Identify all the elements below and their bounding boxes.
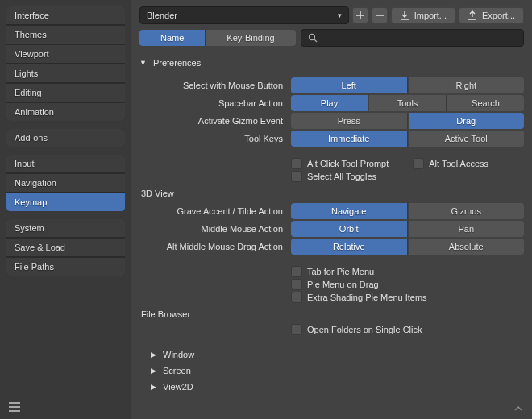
disclosure-down-icon: ▼ (139, 59, 147, 67)
section-3d-view: 3D View (139, 184, 524, 203)
toggle-gizmos[interactable]: Gizmos (409, 203, 525, 219)
pref-label: Activate Gizmo Event (139, 116, 291, 126)
checkbox-alt-tool-access[interactable]: Alt Tool Access (413, 158, 488, 169)
checkbox-pie-menu-on-drag[interactable]: Pie Menu on Drag (291, 279, 379, 290)
pref-row: Spacebar ActionPlayToolsSearch (139, 95, 524, 111)
tree-item-screen[interactable]: ▶Screen (139, 363, 524, 379)
filter-mode-group: Name Key-Binding (139, 30, 296, 46)
checkbox-label: Pie Menu on Drag (307, 280, 379, 289)
tree-item-window[interactable]: ▶Window (139, 346, 524, 363)
toggle-active-tool[interactable]: Active Tool (409, 131, 525, 147)
sidebar-item-interface[interactable]: Interface (6, 6, 125, 25)
checkbox-label: Select All Toggles (307, 172, 376, 181)
checkbox-label: Alt Tool Access (429, 159, 488, 168)
checkbox-label: Alt Click Tool Prompt (307, 159, 389, 168)
toggle-group: NavigateGizmos (291, 203, 524, 219)
checkbox-label: Tab for Pie Menu (307, 267, 374, 276)
preferences-title: Preferences (153, 58, 201, 68)
add-preset-button[interactable] (352, 7, 368, 23)
sidebar-item-animation[interactable]: Animation (6, 103, 125, 121)
hamburger-icon (8, 401, 21, 413)
sidebar-item-save-load[interactable]: Save & Load (6, 239, 125, 257)
preset-dropdown[interactable]: Blender ▾ (139, 6, 349, 24)
sidebar-item-input[interactable]: Input (6, 155, 125, 173)
import-button[interactable]: Import... (391, 7, 455, 23)
preferences-header[interactable]: ▼ Preferences (139, 55, 524, 71)
tree-item-view2d[interactable]: ▶View2D (139, 379, 524, 395)
remove-preset-button[interactable] (372, 7, 388, 23)
pref-label: Tool Keys (139, 134, 291, 143)
chevron-down-icon: ▾ (338, 11, 342, 19)
sidebar-item-editing[interactable]: Editing (6, 84, 125, 102)
toggle-absolute[interactable]: Absolute (409, 239, 525, 255)
sidebar-item-viewport[interactable]: Viewport (6, 45, 125, 64)
toggle-pan[interactable]: Pan (409, 221, 525, 237)
import-label: Import... (414, 10, 447, 20)
toggle-orbit[interactable]: Orbit (291, 221, 408, 237)
checkbox-open-folders-on-single-click[interactable]: Open Folders on Single Click (291, 324, 422, 335)
tree-label: Screen (163, 366, 191, 375)
sidebar-item-themes[interactable]: Themes (6, 26, 125, 44)
pref-row: Activate Gizmo EventPressDrag (139, 113, 524, 129)
toggle-group: RelativeAbsolute (291, 239, 524, 255)
toggle-left[interactable]: Left (291, 77, 408, 93)
toggle-tools[interactable]: Tools (369, 95, 447, 111)
minus-icon (375, 10, 384, 20)
toggle-right[interactable]: Right (409, 77, 525, 93)
preset-row: Blender ▾ Import... Export... (139, 6, 524, 24)
export-icon (468, 10, 477, 20)
tree-label: Window (163, 350, 194, 359)
export-button[interactable]: Export... (459, 7, 524, 23)
keymap-tree: ▶Window▶Screen▶View2D (139, 346, 524, 395)
sidebar-item-keymap[interactable]: Keymap (6, 193, 125, 211)
checks-block-2: Tab for Pie MenuPie Menu on DragExtra Sh… (139, 266, 524, 303)
hamburger-menu[interactable] (8, 401, 21, 413)
pref-row: Alt Middle Mouse Drag ActionRelativeAbso… (139, 239, 524, 255)
toggle-group: ImmediateActive Tool (291, 131, 524, 147)
toggle-immediate[interactable]: Immediate (291, 131, 408, 147)
save-prefs-button[interactable] (513, 403, 524, 414)
sidebar: InterfaceThemesViewportLightsEditingAnim… (0, 0, 131, 419)
main-panel: Blender ▾ Import... Export... Name Key-B… (131, 0, 532, 419)
checkbox-select-all-toggles[interactable]: Select All Toggles (291, 171, 376, 182)
plus-icon (355, 10, 365, 20)
toggle-group: LeftRight (291, 77, 524, 93)
toggle-group: PressDrag (291, 113, 524, 129)
pref-row: Select with Mouse ButtonLeftRight (139, 77, 524, 93)
toggle-group: OrbitPan (291, 221, 524, 237)
toggle-relative[interactable]: Relative (291, 239, 408, 255)
checkbox-alt-click-tool-prompt[interactable]: Alt Click Tool Prompt (291, 158, 389, 169)
svg-point-0 (309, 35, 314, 40)
pref-label: Grave Accent / Tilde Action (139, 206, 291, 216)
disclosure-right-icon: ▶ (151, 367, 156, 375)
import-icon (400, 10, 409, 20)
search-input[interactable] (301, 29, 524, 47)
filter-name-button[interactable]: Name (139, 30, 206, 46)
checkbox-label: Extra Shading Pie Menu Items (307, 292, 427, 302)
toggle-search[interactable]: Search (447, 95, 524, 111)
sidebar-item-lights[interactable]: Lights (6, 64, 125, 83)
sidebar-item-system[interactable]: System (6, 219, 125, 238)
export-label: Export... (482, 10, 515, 20)
filter-keybinding-button[interactable]: Key-Binding (206, 30, 295, 46)
toggle-navigate[interactable]: Navigate (291, 203, 408, 219)
checkbox-icon (291, 266, 302, 277)
toggle-press[interactable]: Press (291, 113, 408, 129)
preferences-block-1: Select with Mouse ButtonLeftRightSpaceba… (139, 77, 524, 147)
check-row: Tab for Pie Menu (139, 266, 524, 277)
pref-label: Middle Mouse Action (139, 224, 291, 234)
sidebar-item-navigation[interactable]: Navigation (6, 174, 125, 193)
pref-label: Spacebar Action (139, 98, 291, 108)
toggle-group: PlayToolsSearch (291, 95, 524, 111)
section-file-browser: File Browser (139, 305, 524, 324)
checkbox-label: Open Folders on Single Click (307, 325, 422, 334)
sidebar-item-add-ons[interactable]: Add-ons (6, 129, 125, 147)
checkbox-tab-for-pie-menu[interactable]: Tab for Pie Menu (291, 266, 374, 277)
check-row: Alt Click Tool PromptAlt Tool Access (139, 158, 524, 169)
checkbox-icon (413, 158, 424, 169)
checkbox-extra-shading-pie-menu-items[interactable]: Extra Shading Pie Menu Items (291, 292, 427, 303)
checkbox-icon (291, 171, 302, 182)
sidebar-item-file-paths[interactable]: File Paths (6, 258, 125, 276)
toggle-drag[interactable]: Drag (409, 113, 525, 129)
toggle-play[interactable]: Play (291, 95, 368, 111)
